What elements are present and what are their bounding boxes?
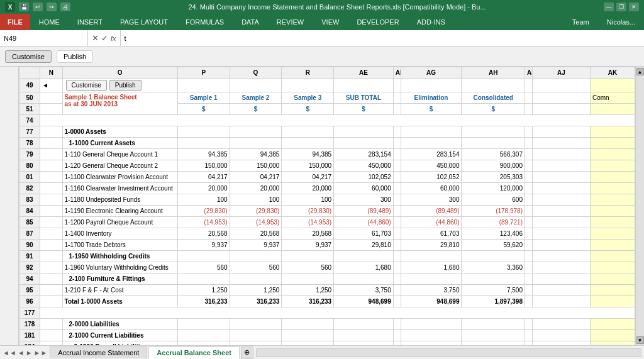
name-box[interactable]: N49: [0, 30, 88, 46]
cell-90-Q: 9,937: [230, 240, 282, 251]
cell-87-AF: [393, 228, 401, 240]
cancel-formula-icon[interactable]: ✕: [92, 33, 99, 43]
table-row: 74: [19, 115, 635, 126]
cell-84-AF: [393, 206, 401, 217]
undo-icon[interactable]: ↩: [33, 3, 43, 11]
cell-81-Q: 04,217: [230, 172, 282, 183]
cell-81-R: 04,217: [282, 172, 334, 183]
cell-94-Q: [230, 273, 282, 285]
title-bar: X 💾 ↩ ↪ 🖨 24. Multi Company Income State…: [0, 0, 644, 14]
tab-developer[interactable]: DEVELOPER: [348, 14, 408, 30]
cell-181-AH: [462, 330, 525, 341]
cell-91-R: [282, 251, 334, 262]
row-178: 178: [19, 319, 40, 330]
cell-181-O: 2-1000 Current Liabilities: [62, 330, 177, 341]
scroll-up-button[interactable]: ▲: [636, 68, 644, 75]
cell-49-AK: [591, 79, 635, 92]
title-bar-left: X 💾 ↩ ↪ 🖨: [5, 2, 70, 12]
cell-51-N: [40, 104, 62, 115]
cell-94-AI: [525, 273, 532, 285]
cell-91-N: [40, 251, 62, 262]
tab-data[interactable]: DATA: [233, 14, 268, 30]
cell-178-AK: [591, 319, 635, 330]
cell-94-AG: [401, 273, 462, 285]
close-button[interactable]: ✕: [629, 3, 639, 11]
tab-accrual-balance-sheet[interactable]: Accrual Balance Sheet: [148, 346, 240, 359]
cell-79-O: 1-110 General Cheque Account 1: [62, 149, 177, 160]
tab-formulas[interactable]: FORMULAS: [177, 14, 233, 30]
table-row: 92 1-1960 Voluntary Withholding Credits …: [19, 262, 635, 273]
cell-83-R: 100: [282, 194, 334, 206]
cell-96-AG: 948,699: [401, 296, 462, 307]
cell-87-AJ: [532, 228, 590, 240]
cell-85-AI: [525, 217, 532, 228]
cell-87-Q: 20,568: [230, 228, 282, 240]
customise-button[interactable]: Customise: [5, 50, 52, 63]
tab-accrual-income-statement[interactable]: Accrual Income Statement: [50, 346, 147, 358]
cell-78-AK: [591, 138, 635, 149]
sheet-nav-last[interactable]: ►►: [34, 349, 48, 356]
tab-team[interactable]: Team: [564, 14, 598, 30]
formula-input[interactable]: t: [121, 35, 644, 42]
tab-addins[interactable]: ADD-INS: [408, 14, 454, 30]
cell-90-R: 9,937: [282, 240, 334, 251]
cell-77-AK: [591, 126, 635, 138]
cell-181-R: [282, 330, 334, 341]
cell-90-AE: 29,810: [334, 240, 394, 251]
restore-button[interactable]: ❐: [616, 3, 626, 11]
cell-49-O[interactable]: Customise Publish: [62, 79, 177, 92]
tab-user[interactable]: Nicolas...: [598, 14, 644, 30]
row-79: 79: [19, 149, 40, 160]
publish-cell-button[interactable]: Publish: [109, 80, 142, 91]
cell-85-AJ: [532, 217, 590, 228]
cell-79-AG: 283,154: [401, 149, 462, 160]
cell-50-R: Sample 3: [282, 92, 334, 104]
cell-178-AE: [334, 319, 394, 330]
publish-button[interactable]: Publish: [57, 50, 93, 63]
table-row: 50 Sample 1 Balance Sheet as at 30 JUN 2…: [19, 92, 635, 104]
tab-home[interactable]: HOME: [30, 14, 69, 30]
print-preview-icon[interactable]: 🖨: [60, 3, 70, 11]
sheet-nav-next[interactable]: ►: [26, 349, 33, 356]
cell-181-AF: [393, 330, 401, 341]
cell-50-AI: [525, 92, 532, 104]
cell-178-AH: [462, 319, 525, 330]
cell-83-AH: 600: [462, 194, 525, 206]
row-82: 82: [19, 183, 40, 194]
minimize-button[interactable]: —: [604, 3, 614, 11]
cell-91-P: [177, 251, 230, 262]
vertical-scrollbar[interactable]: ▲ ▼: [635, 67, 644, 345]
table-row: 94 2-100 Furniture & Fittings: [19, 273, 635, 285]
cell-51-AJ: [532, 104, 590, 115]
cell-84-AH: (178,978): [462, 206, 525, 217]
cell-184-AH: [462, 341, 525, 346]
col-header-O: O: [62, 67, 177, 79]
cell-49-AE: [334, 79, 394, 92]
insert-function-icon[interactable]: fx: [111, 35, 116, 42]
tab-review[interactable]: REVIEW: [268, 14, 313, 30]
table-row: 96 Total 1-0000 Assets 316,233 316,233 3…: [19, 296, 635, 307]
save-icon[interactable]: 💾: [19, 3, 29, 11]
confirm-formula-icon[interactable]: ✓: [101, 33, 108, 43]
tab-view[interactable]: VIEW: [313, 14, 348, 30]
row-96: 96: [19, 296, 40, 307]
cell-90-AK: [591, 240, 635, 251]
sheet-nav-first[interactable]: ◄◄: [3, 349, 16, 356]
scroll-down-button[interactable]: ▼: [636, 336, 644, 344]
row-84: 84: [19, 206, 40, 217]
tab-file[interactable]: FILE: [0, 14, 30, 30]
horizontal-scrollbar[interactable]: [256, 348, 641, 357]
redo-icon[interactable]: ↪: [47, 3, 57, 11]
cell-85-AK: [591, 217, 635, 228]
cell-51-AH: $: [462, 104, 525, 115]
sheet-nav-prev[interactable]: ◄: [18, 349, 25, 356]
cell-95-O: 1-210 F & F - At Cost: [62, 285, 177, 296]
customise-cell-button[interactable]: Customise: [66, 80, 107, 91]
cell-87-N: [40, 228, 62, 240]
tab-insert[interactable]: INSERT: [69, 14, 111, 30]
cell-181-N: [40, 330, 62, 341]
add-sheet-button[interactable]: ⊕: [241, 346, 253, 359]
cell-91-AJ: [532, 251, 590, 262]
tab-page-layout[interactable]: PAGE LAYOUT: [111, 14, 177, 30]
cell-84-P: (29,830): [177, 206, 230, 217]
